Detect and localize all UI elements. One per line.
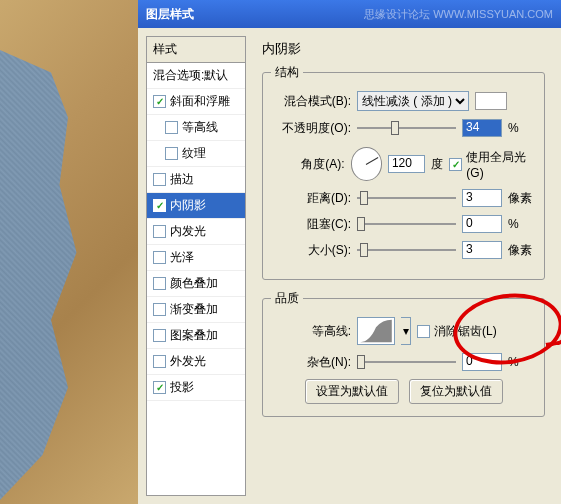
style-item-bevel[interactable]: 斜面和浮雕: [147, 89, 245, 115]
angle-dial[interactable]: [351, 147, 382, 181]
style-item-contour[interactable]: 等高线: [147, 115, 245, 141]
contour-label: 等高线:: [271, 323, 351, 340]
size-label: 大小(S):: [271, 242, 351, 259]
size-unit: 像素: [508, 242, 536, 259]
reset-default-button[interactable]: 复位为默认值: [409, 379, 503, 404]
checkbox-icon[interactable]: [153, 225, 166, 238]
size-slider[interactable]: [357, 241, 456, 259]
layer-style-dialog: 图层样式 思缘设计论坛 WWW.MISSYUAN.COM 样式 混合选项:默认 …: [138, 0, 561, 504]
quality-fieldset: 品质 等高线: ▾ 消除锯齿(L) 杂色(N): 0 %: [262, 290, 545, 417]
opacity-label: 不透明度(O):: [271, 120, 351, 137]
style-item-texture[interactable]: 纹理: [147, 141, 245, 167]
checkbox-icon[interactable]: [153, 381, 166, 394]
checkbox-icon[interactable]: [153, 329, 166, 342]
checkbox-icon[interactable]: [153, 355, 166, 368]
style-item-satin[interactable]: 光泽: [147, 245, 245, 271]
choke-slider[interactable]: [357, 215, 456, 233]
checkbox-icon[interactable]: [153, 173, 166, 186]
quality-legend: 品质: [271, 290, 303, 307]
style-item-drop-shadow[interactable]: 投影: [147, 375, 245, 401]
style-item-inner-glow[interactable]: 内发光: [147, 219, 245, 245]
checkbox-icon[interactable]: [153, 277, 166, 290]
choke-unit: %: [508, 217, 536, 231]
checkbox-icon[interactable]: [165, 147, 178, 160]
checkbox-icon: [449, 158, 462, 171]
checkbox-icon[interactable]: [153, 251, 166, 264]
titlebar: 图层样式 思缘设计论坛 WWW.MISSYUAN.COM: [138, 0, 561, 28]
noise-label: 杂色(N):: [271, 354, 351, 371]
opacity-slider[interactable]: [357, 119, 456, 137]
contour-dropdown[interactable]: ▾: [401, 317, 411, 345]
style-item-inner-shadow[interactable]: 内阴影: [147, 193, 245, 219]
checkbox-icon[interactable]: [153, 199, 166, 212]
angle-input[interactable]: 120: [388, 155, 425, 173]
blend-options-item[interactable]: 混合选项:默认: [147, 63, 245, 89]
style-item-gradient-overlay[interactable]: 渐变叠加: [147, 297, 245, 323]
choke-label: 阻塞(C):: [271, 216, 351, 233]
checkbox-icon[interactable]: [153, 95, 166, 108]
noise-slider[interactable]: [357, 353, 456, 371]
set-default-button[interactable]: 设置为默认值: [305, 379, 399, 404]
structure-legend: 结构: [271, 64, 303, 81]
style-item-stroke[interactable]: 描边: [147, 167, 245, 193]
color-swatch[interactable]: [475, 92, 507, 110]
dialog-content: 样式 混合选项:默认 斜面和浮雕 等高线 纹理: [138, 28, 561, 504]
window-title: 图层样式: [146, 6, 194, 23]
global-light-checkbox[interactable]: 使用全局光(G): [449, 149, 536, 180]
noise-unit: %: [508, 355, 536, 369]
checkbox-icon: [417, 325, 430, 338]
angle-unit: 度: [431, 156, 443, 173]
distance-unit: 像素: [508, 190, 536, 207]
distance-slider[interactable]: [357, 189, 456, 207]
blend-mode-label: 混合模式(B):: [271, 93, 351, 110]
contour-picker[interactable]: [357, 317, 395, 345]
distance-input[interactable]: 3: [462, 189, 502, 207]
angle-label: 角度(A):: [271, 156, 345, 173]
style-item-outer-glow[interactable]: 外发光: [147, 349, 245, 375]
style-item-color-overlay[interactable]: 颜色叠加: [147, 271, 245, 297]
effect-preview: [0, 0, 138, 504]
style-item-pattern-overlay[interactable]: 图案叠加: [147, 323, 245, 349]
opacity-unit: %: [508, 121, 536, 135]
settings-panel: 内阴影 结构 混合模式(B): 线性减淡 ( 添加 ) 不透明度(O): 34 …: [254, 36, 553, 496]
distance-label: 距离(D):: [271, 190, 351, 207]
size-input[interactable]: 3: [462, 241, 502, 259]
styles-header: 样式: [147, 37, 245, 63]
checkbox-icon[interactable]: [153, 303, 166, 316]
antialias-checkbox[interactable]: 消除锯齿(L): [417, 323, 497, 340]
structure-fieldset: 结构 混合模式(B): 线性减淡 ( 添加 ) 不透明度(O): 34 % 角度…: [262, 64, 545, 280]
styles-list-panel: 样式 混合选项:默认 斜面和浮雕 等高线 纹理: [146, 36, 246, 496]
panel-title: 内阴影: [262, 40, 545, 58]
noise-input[interactable]: 0: [462, 353, 502, 371]
watermark: 思缘设计论坛 WWW.MISSYUAN.COM: [364, 7, 553, 22]
checkbox-icon[interactable]: [165, 121, 178, 134]
choke-input[interactable]: 0: [462, 215, 502, 233]
opacity-input[interactable]: 34: [462, 119, 502, 137]
blend-mode-select[interactable]: 线性减淡 ( 添加 ): [357, 91, 469, 111]
